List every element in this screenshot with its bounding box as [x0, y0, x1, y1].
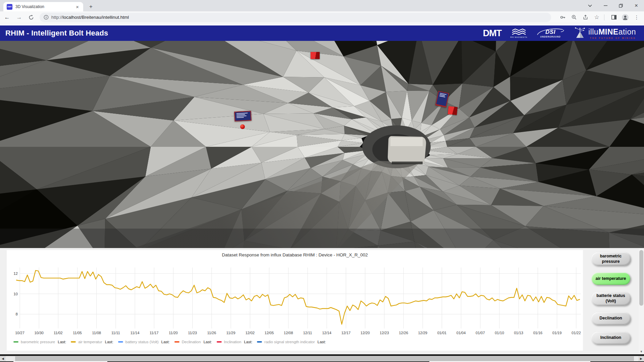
- side-button-air-temperature[interactable]: air temperature: [591, 273, 630, 285]
- vertical-scrollbar[interactable]: ▼: [639, 248, 644, 354]
- bolt-head-marker-wall[interactable]: [240, 124, 245, 129]
- horizontal-scrollbar[interactable]: ◀ ▶: [0, 356, 644, 361]
- chart-legend: barometric pressureLast:air temperaturLa…: [13, 340, 331, 344]
- back-arrow-icon[interactable]: ←: [2, 12, 12, 22]
- site-info-icon[interactable]: [44, 15, 49, 20]
- legend-label: Inclination: [224, 340, 241, 344]
- tab-close-icon[interactable]: ×: [75, 4, 80, 10]
- tab-search-chevron-icon[interactable]: [582, 0, 598, 11]
- scroll-left-arrow-icon[interactable]: ◀: [0, 356, 6, 361]
- temperature-chart: 10/2710/3011/0211/0511/0811/1111/1411/17…: [7, 250, 583, 351]
- illumineation-logo: illuMINEation THE FUTURE OF MINING: [574, 27, 636, 40]
- legend-item[interactable]: battery status (Volt)Last:: [118, 340, 170, 344]
- password-key-icon[interactable]: [558, 13, 567, 22]
- browser-window: DMT 3D Visualization × + × ← → http://lo…: [0, 0, 644, 362]
- y-tick-label: 8: [16, 312, 18, 316]
- chart-card: 10/2710/3011/0211/0511/0811/1111/1411/17…: [7, 250, 583, 351]
- legend-label: Declination: [182, 340, 201, 344]
- vertical-scrollbar-thumb[interactable]: [639, 250, 643, 306]
- legend-item[interactable]: air temperaturLast:: [71, 340, 113, 344]
- bolt-head-marker-ceiling[interactable]: [311, 52, 320, 59]
- side-button-barometric-pressure[interactable]: barometric pressure: [591, 252, 630, 265]
- dsi-underground-logo: DSI UNDERGROUND: [536, 29, 565, 38]
- tunnel-3d-viewport[interactable]: [0, 41, 644, 248]
- bolt-head-marker-right[interactable]: [448, 106, 458, 115]
- menu-kebab-icon[interactable]: ⋮: [632, 13, 641, 22]
- legend-item[interactable]: barometric pressureLast:: [13, 340, 66, 344]
- legend-swatch: [217, 341, 222, 343]
- address-bar[interactable]: http://localhost/Breitenau/intellinut.ht…: [40, 13, 551, 22]
- measurement-selector: barometric pressureair temperaturebatter…: [591, 252, 631, 344]
- side-button-batterie-status-volt[interactable]: batterie status (Volt): [591, 292, 630, 305]
- x-tick-label: 11/17: [150, 331, 159, 335]
- x-tick-label: 11/08: [92, 331, 101, 335]
- x-tick-label: 01/04: [457, 331, 466, 335]
- legend-label: barometric pressure: [21, 340, 55, 344]
- x-tick-label: 12/14: [322, 331, 331, 335]
- rhi-magnesita-logo: RHI MAGNESITA: [510, 28, 527, 38]
- legend-last-label: Last:: [105, 340, 113, 344]
- forward-arrow-icon[interactable]: →: [14, 12, 24, 22]
- x-tick-label: 11/14: [130, 331, 140, 335]
- x-tick-label: 01/13: [514, 331, 523, 335]
- partner-logos: DMT RHI MAGNESITA DSI UNDERGROUND: [483, 25, 636, 41]
- x-tick-label: 11/05: [73, 331, 82, 335]
- restore-button[interactable]: [613, 0, 629, 11]
- illumineation-tagline: THE FUTURE OF MINING: [590, 37, 636, 39]
- legend-label: battery status (Volt): [125, 340, 159, 344]
- side-button-declination[interactable]: Declination: [591, 312, 630, 325]
- x-tick-label: 11/20: [169, 331, 178, 335]
- x-tick-label: 11/26: [207, 331, 216, 335]
- legend-swatch: [13, 341, 18, 343]
- browser-toolbar: ← → http://localhost/Breitenau/intellinu…: [0, 11, 644, 23]
- x-tick-label: 12/11: [303, 331, 312, 335]
- side-button-inclination[interactable]: Inclination: [591, 332, 630, 344]
- legend-last-label: Last:: [318, 340, 326, 344]
- close-window-button[interactable]: ×: [629, 0, 644, 11]
- legend-label: radio signal strength indicator: [264, 340, 315, 344]
- x-tick-label: 12/08: [284, 331, 293, 335]
- dmt-logo: DMT: [483, 28, 501, 39]
- x-tick-label: 01/10: [495, 331, 504, 335]
- side-panel-icon[interactable]: [609, 13, 619, 22]
- profile-avatar[interactable]: [621, 13, 630, 22]
- legend-item[interactable]: InclinationLast:: [217, 340, 253, 344]
- legend-swatch: [118, 341, 123, 343]
- sensor-data-sign-left[interactable]: [234, 111, 251, 122]
- app-header: RHIM - Intelligent Bolt Heads DMT RHI MA…: [0, 25, 644, 41]
- rhi-magnesita-label: RHI MAGNESITA: [510, 36, 527, 38]
- zoom-icon[interactable]: [569, 13, 579, 22]
- tab-favicon: DMT: [7, 4, 12, 10]
- minimize-button[interactable]: [598, 0, 613, 11]
- x-tick-label: 11/23: [188, 331, 197, 335]
- x-tick-label: 11/29: [226, 331, 235, 335]
- page-title: RHIM - Intelligent Bolt Heads: [5, 29, 108, 38]
- x-tick-label: 01/16: [533, 331, 543, 335]
- x-tick-label: 01/07: [476, 331, 485, 335]
- horizontal-scrollbar-thumb[interactable]: [15, 356, 634, 361]
- browser-tab[interactable]: DMT 3D Visualization ×: [3, 2, 83, 11]
- tunnel-mesh-canvas[interactable]: [0, 41, 644, 248]
- scroll-right-arrow-icon[interactable]: ▶: [638, 356, 644, 361]
- temperature-line: [16, 270, 580, 324]
- legend-last-label: Last:: [244, 340, 252, 344]
- x-tick-label: 01/01: [437, 331, 447, 335]
- legend-item[interactable]: radio signal strength indicatorLast:: [257, 340, 326, 344]
- x-tick-label: 12/29: [418, 331, 427, 335]
- x-tick-label: 12/17: [341, 331, 351, 335]
- legend-item[interactable]: DeclinationLast:: [174, 340, 212, 344]
- share-icon[interactable]: [581, 13, 590, 22]
- chart-title: Dataset Response from influx Database RH…: [7, 252, 583, 257]
- scroll-down-arrow-icon[interactable]: ▼: [639, 349, 644, 354]
- x-tick-label: 01/19: [552, 331, 562, 335]
- legend-swatch: [174, 341, 179, 343]
- legend-last-label: Last:: [161, 340, 170, 344]
- new-tab-button[interactable]: +: [87, 3, 95, 11]
- tab-strip: DMT 3D Visualization × + ×: [0, 0, 644, 11]
- y-tick-label: 12: [13, 272, 18, 276]
- bookmark-star-icon[interactable]: ☆: [592, 13, 601, 22]
- x-tick-label: 11/02: [54, 331, 63, 335]
- x-tick-label: 12/26: [399, 331, 408, 335]
- reload-icon[interactable]: [26, 12, 36, 22]
- x-tick-label: 01/22: [572, 331, 581, 335]
